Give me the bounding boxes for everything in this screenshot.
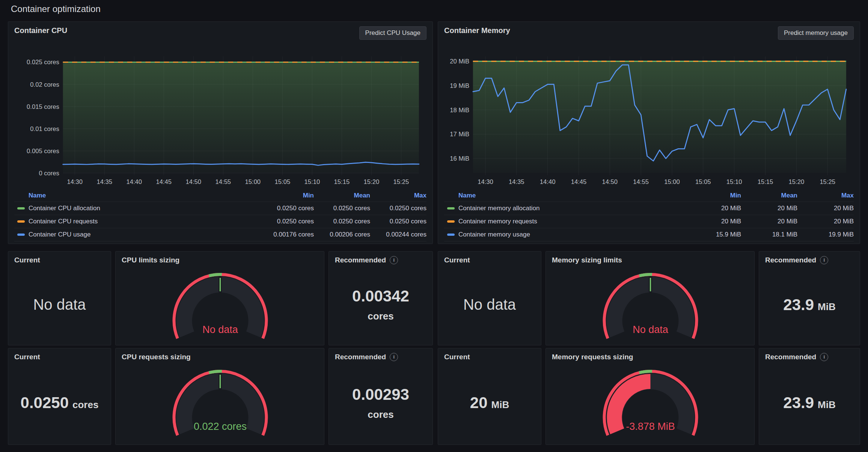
svg-text:15:00: 15:00 (664, 178, 680, 185)
cpu-requests-sizing-gauge-panel: CPU requests sizing 0.022 cores (115, 348, 324, 445)
info-icon[interactable]: i (390, 353, 398, 361)
panel-title[interactable]: Current (438, 252, 541, 264)
memory-limits-recommended-panel: Recommended i 23.9 MiB (759, 251, 860, 345)
legend-header-max[interactable]: Max (370, 192, 426, 199)
legend-min-value: 0.00176 cores (258, 231, 314, 238)
stat-value: 0.00342 cores (329, 264, 432, 345)
info-icon[interactable]: i (820, 256, 828, 264)
svg-text:19 MiB: 19 MiB (450, 82, 469, 89)
legend-header-row[interactable]: NameMinMeanMax (14, 189, 426, 202)
svg-text:15:25: 15:25 (820, 178, 835, 185)
legend-min-value: 15.9 MiB (685, 231, 741, 238)
series-color-swatch (447, 220, 455, 223)
panel-title[interactable]: Recommended i (329, 252, 432, 264)
legend-series-name[interactable]: Container CPU usage (14, 231, 258, 238)
legend-max-value: 20 MiB (797, 218, 854, 225)
cpu-limits-recommended-panel: Recommended i 0.00342 cores (329, 251, 433, 345)
info-icon[interactable]: i (390, 256, 398, 264)
cpu-requests-current-panel: Current 0.0250 cores (8, 348, 111, 445)
stat-number: 23.9 (783, 296, 814, 314)
panel-title-text: Current (444, 353, 470, 361)
panel-title[interactable]: Memory requests sizing (546, 348, 754, 361)
memory-section: Container Memory Predict memory usage 16… (438, 21, 860, 445)
legend-max-value: 0.0250 cores (370, 205, 426, 212)
gauge-threshold-arc-green (209, 274, 222, 276)
legend-row[interactable]: Container CPU allocation0.0250 cores0.02… (14, 202, 426, 215)
stat-unit: MiB (818, 399, 836, 411)
svg-text:16 MiB: 16 MiB (450, 155, 469, 162)
cpu-limits-current-panel: Current No data (8, 251, 111, 345)
container-cpu-panel-title[interactable]: Container CPU (14, 26, 67, 35)
legend-max-value: 0.0250 cores (370, 218, 426, 225)
panel-title[interactable]: Recommended i (759, 348, 860, 361)
gauge-value-label: 0.022 cores (194, 421, 247, 432)
svg-text:0.01 cores: 0.01 cores (30, 125, 59, 133)
legend-series-name[interactable]: Container memory requests (444, 218, 685, 225)
legend-header-name[interactable]: Name (14, 192, 258, 199)
legend-series-name[interactable]: Container memory allocation (444, 205, 685, 212)
predict-cpu-usage-button[interactable]: Predict CPU Usage (359, 26, 426, 40)
legend-row[interactable]: Container CPU requests0.0250 cores0.0250… (14, 215, 426, 228)
legend-header-min[interactable]: Min (685, 192, 741, 199)
no-data-text: No data (463, 296, 516, 313)
stat-number: 20 (470, 394, 488, 412)
panel-title-text: Current (14, 256, 40, 264)
svg-text:0.015 cores: 0.015 cores (27, 103, 59, 110)
legend-header-row[interactable]: NameMinMeanMax (444, 189, 854, 202)
legend-header-mean[interactable]: Mean (741, 192, 797, 199)
svg-text:15:15: 15:15 (334, 178, 350, 185)
panel-title[interactable]: Recommended i (329, 348, 432, 361)
panel-title-text: Current (444, 256, 470, 264)
legend-header-mean[interactable]: Mean (314, 192, 370, 199)
panel-title[interactable]: Memory sizing limits (546, 252, 754, 264)
legend-series-name[interactable]: Container CPU requests (14, 218, 258, 225)
legend-series-name[interactable]: Container CPU allocation (14, 205, 258, 212)
legend-row[interactable]: Container memory requests20 MiB20 MiB20 … (444, 215, 854, 228)
panel-title-text: CPU limits sizing (122, 256, 179, 264)
legend-row[interactable]: Container memory usage15.9 MiB18.1 MiB19… (444, 228, 854, 241)
svg-text:0 cores: 0 cores (39, 170, 59, 177)
svg-text:14:35: 14:35 (96, 178, 112, 185)
stat-value: 23.9 MiB (759, 264, 860, 345)
predict-memory-usage-button[interactable]: Predict memory usage (778, 26, 854, 40)
page-title: Container optimization (11, 4, 860, 14)
svg-text:15:05: 15:05 (275, 178, 291, 185)
svg-text:14:50: 14:50 (602, 178, 618, 185)
info-icon[interactable]: i (820, 353, 828, 361)
series-label: Container memory allocation (458, 205, 539, 212)
container-cpu-panel: Container CPU Predict CPU Usage 0 cores0… (8, 21, 433, 244)
svg-text:14:30: 14:30 (478, 178, 493, 185)
svg-text:15:10: 15:10 (304, 178, 320, 185)
panel-title[interactable]: Current (438, 348, 541, 361)
svg-text:0.02 cores: 0.02 cores (30, 81, 59, 88)
gauge-threshold-arc-green (639, 274, 652, 276)
svg-text:0.005 cores: 0.005 cores (27, 148, 59, 155)
legend-header-min[interactable]: Min (258, 192, 314, 199)
memory-stats-grid: Current No data Memory sizing limits No … (438, 251, 860, 445)
memory-limits-current-panel: Current No data (438, 251, 541, 345)
no-data-text: No data (33, 296, 86, 313)
legend-row[interactable]: Container memory allocation20 MiB20 MiB2… (444, 202, 854, 215)
series-color-swatch (17, 234, 25, 236)
cpu-legend: NameMinMeanMaxContainer CPU allocation0.… (14, 189, 426, 241)
dashboard: Container CPU Predict CPU Usage 0 cores0… (8, 21, 860, 445)
panel-title[interactable]: CPU requests sizing (116, 348, 324, 361)
gauge-value-label: -3.878 MiB (626, 421, 675, 432)
panel-title[interactable]: CPU limits sizing (116, 252, 324, 264)
series-color-swatch (17, 207, 25, 209)
legend-series-name[interactable]: Container memory usage (444, 231, 685, 238)
legend-mean-value: 20 MiB (741, 205, 797, 212)
legend-row[interactable]: Container CPU usage0.00176 cores0.00206 … (14, 228, 426, 241)
panel-title[interactable]: Current (8, 348, 111, 361)
svg-text:0.025 cores: 0.025 cores (27, 59, 59, 66)
panel-title[interactable]: Recommended i (759, 252, 860, 264)
cpu-time-series-chart[interactable]: 0 cores0.005 cores0.01 cores0.015 cores0… (14, 44, 426, 189)
panel-title[interactable]: Current (8, 252, 111, 264)
legend-header-max[interactable]: Max (797, 192, 854, 199)
svg-text:14:45: 14:45 (156, 178, 172, 185)
stat-number: 0.0250 (21, 394, 69, 412)
container-memory-panel-title[interactable]: Container Memory (444, 26, 510, 35)
memory-time-series-chart[interactable]: 16 MiB17 MiB18 MiB19 MiB20 MiB14:3014:35… (444, 44, 854, 189)
stat-value: No data (8, 264, 111, 345)
legend-header-name[interactable]: Name (444, 192, 685, 199)
